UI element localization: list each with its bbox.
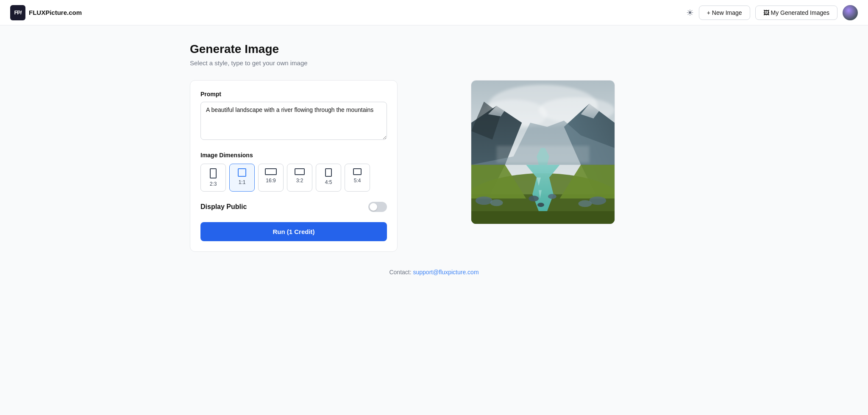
display-public-row: Display Public: [200, 202, 387, 212]
run-button-label: Run (1 Credit): [273, 228, 314, 235]
display-public-label: Display Public: [200, 203, 247, 211]
logo-icon: FP/: [10, 5, 25, 20]
my-generated-images-button[interactable]: 🖼 My Generated Images: [755, 6, 837, 20]
image-result-panel: [408, 80, 678, 224]
svg-point-14: [476, 196, 492, 205]
prompt-input[interactable]: A beautiful landscape with a river flowi…: [200, 102, 387, 140]
dim-label-3-2: 3:2: [296, 178, 303, 184]
page-subtitle: Select a style, type to get your own ima…: [190, 59, 678, 67]
svg-rect-26: [471, 211, 615, 224]
page-title: Generate Image: [190, 42, 678, 56]
avatar[interactable]: [843, 5, 858, 20]
theme-toggle-icon[interactable]: ☀: [686, 8, 694, 18]
svg-point-17: [579, 200, 592, 207]
landscape-image: [471, 81, 615, 224]
contact-email-link[interactable]: support@fluxpicture.com: [413, 269, 479, 276]
generated-image-container: [471, 80, 615, 224]
prompt-label: Prompt: [200, 91, 387, 97]
dimension-4-5[interactable]: 4:5: [316, 164, 341, 192]
contact-email: support@fluxpicture.com: [413, 269, 479, 276]
dimension-3-2[interactable]: 3:2: [287, 164, 312, 192]
contact-label: Contact:: [389, 269, 411, 276]
svg-point-15: [490, 199, 503, 206]
shape-2-3-icon: [210, 168, 217, 178]
toggle-knob: [370, 203, 377, 211]
avatar-image: [843, 5, 858, 20]
dim-label-16-9: 16:9: [266, 178, 275, 184]
dim-label-5-4: 5:4: [354, 178, 361, 184]
display-public-toggle[interactable]: [368, 202, 387, 212]
navbar: FP/ FLUXPicture.com ☀ + New Image 🖼 My G…: [0, 0, 868, 25]
dimension-16-9[interactable]: 16:9: [258, 164, 284, 192]
footer: Contact: support@fluxpicture.com: [190, 269, 678, 276]
dimensions-label: Image Dimensions: [200, 152, 387, 159]
dimension-1-1[interactable]: 1:1: [229, 164, 255, 192]
generate-form-panel: Prompt A beautiful landscape with a rive…: [190, 80, 398, 252]
site-name: FLUXPicture.com: [29, 9, 82, 16]
shape-4-5-icon: [325, 168, 332, 177]
shape-16-9-icon: [265, 168, 277, 175]
shape-5-4-icon: [353, 168, 362, 175]
svg-point-24: [537, 203, 544, 207]
new-image-button[interactable]: + New Image: [699, 6, 750, 20]
page-content: Generate Image Select a style, type to g…: [180, 25, 688, 301]
dimensions-grid: 2:3 1:1 16:9 3:2: [200, 164, 387, 192]
dimension-5-4[interactable]: 5:4: [345, 164, 370, 192]
shape-1-1-icon: [238, 168, 246, 177]
svg-point-22: [529, 195, 539, 201]
run-button[interactable]: Run (1 Credit): [200, 222, 387, 241]
dim-label-2-3: 2:3: [210, 181, 217, 187]
shape-3-2-icon: [295, 168, 305, 175]
navbar-actions: ☀ + New Image 🖼 My Generated Images: [686, 5, 858, 20]
dimensions-section: Image Dimensions 2:3 1:1 16:9: [200, 152, 387, 192]
navbar-brand: FP/ FLUXPicture.com: [10, 5, 82, 20]
svg-rect-25: [497, 146, 590, 163]
main-layout: Prompt A beautiful landscape with a rive…: [190, 80, 678, 252]
my-images-label: 🖼 My Generated Images: [763, 9, 829, 16]
logo-text: FP/: [14, 9, 21, 16]
dim-label-1-1: 1:1: [239, 179, 246, 185]
new-image-label: + New Image: [707, 9, 742, 16]
dimension-2-3[interactable]: 2:3: [200, 164, 226, 192]
svg-point-23: [548, 194, 556, 199]
dim-label-4-5: 4:5: [325, 179, 332, 185]
